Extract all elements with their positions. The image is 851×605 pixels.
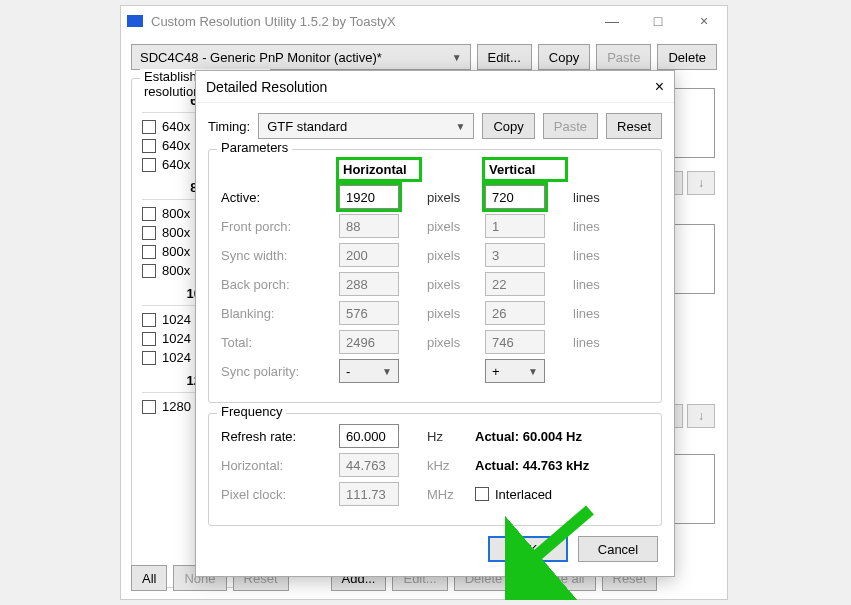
frequency-group: Frequency Refresh rate: 60.000 Hz Actual… [208, 413, 662, 526]
blanking-h-input[interactable]: 576 [339, 301, 399, 325]
checkbox[interactable] [142, 351, 156, 365]
checkbox[interactable] [142, 139, 156, 153]
unit-label: pixels [427, 248, 477, 263]
front-porch-v-input[interactable]: 1 [485, 214, 545, 238]
unit-label: pixels [427, 335, 477, 350]
unit-label: MHz [427, 487, 467, 502]
parameters-group: Parameters Horizontal Vertical Active: 1… [208, 149, 662, 403]
checkbox[interactable] [142, 120, 156, 134]
unit-label: Hz [427, 429, 467, 444]
select-value: - [346, 364, 350, 379]
cancel-button[interactable]: Cancel [578, 536, 658, 562]
interlaced-checkbox[interactable] [475, 487, 489, 501]
select-value: + [492, 364, 500, 379]
pixel-clock-label: Pixel clock: [221, 487, 331, 502]
all-button[interactable]: All [131, 565, 167, 591]
checkbox[interactable] [142, 158, 156, 172]
timing-label: Timing: [208, 119, 250, 134]
unit-label: lines [573, 306, 623, 321]
total-v-input[interactable]: 746 [485, 330, 545, 354]
group-title: Parameters [217, 140, 292, 155]
checkbox[interactable] [142, 264, 156, 278]
unit-label: lines [573, 335, 623, 350]
chevron-down-icon: ▼ [456, 121, 466, 132]
sync-width-v-input[interactable]: 3 [485, 243, 545, 267]
active-label: Active: [221, 190, 331, 205]
unit-label: pixels [427, 219, 477, 234]
sync-polarity-h-select[interactable]: - ▼ [339, 359, 399, 383]
active-horizontal-input[interactable]: 1920 [339, 185, 399, 209]
reset-button[interactable]: Reset [606, 113, 662, 139]
checkbox[interactable] [142, 245, 156, 259]
ok-button[interactable]: OK [488, 536, 568, 562]
total-label: Total: [221, 335, 331, 350]
monitor-select-value: SDC4C48 - Generic PnP Monitor (active)* [140, 50, 382, 65]
vertical-header: Vertical [485, 160, 565, 179]
chevron-down-icon: ▼ [382, 366, 392, 377]
blanking-label: Blanking: [221, 306, 331, 321]
chevron-down-icon: ▼ [528, 366, 538, 377]
unit-label: pixels [427, 190, 477, 205]
edit-button[interactable]: Edit... [477, 44, 532, 70]
unit-label: lines [573, 248, 623, 263]
pixel-clock-input[interactable]: 111.73 [339, 482, 399, 506]
unit-label: lines [573, 277, 623, 292]
copy-button[interactable]: Copy [538, 44, 590, 70]
down-arrow-button[interactable]: ↓ [687, 171, 715, 195]
timing-select[interactable]: GTF standard ▼ [258, 113, 474, 139]
sync-polarity-v-select[interactable]: + ▼ [485, 359, 545, 383]
close-button[interactable]: × [681, 6, 727, 36]
checkbox[interactable] [142, 207, 156, 221]
blanking-v-input[interactable]: 26 [485, 301, 545, 325]
front-porch-label: Front porch: [221, 219, 331, 234]
titlebar: Custom Resolution Utility 1.5.2 by Toast… [121, 6, 727, 36]
close-icon[interactable]: × [655, 78, 664, 96]
back-porch-label: Back porch: [221, 277, 331, 292]
checkbox[interactable] [142, 332, 156, 346]
minimize-button[interactable]: — [589, 6, 635, 36]
unit-label: pixels [427, 306, 477, 321]
dialog-title: Detailed Resolution [206, 79, 327, 95]
maximize-button[interactable]: □ [635, 6, 681, 36]
front-porch-h-input[interactable]: 88 [339, 214, 399, 238]
checkbox[interactable] [142, 400, 156, 414]
copy-button[interactable]: Copy [482, 113, 534, 139]
unit-label: lines [573, 219, 623, 234]
horizontal-actual: Actual: 44.763 kHz [475, 458, 635, 473]
app-icon [127, 15, 143, 27]
interlaced-label: Interlaced [495, 487, 552, 502]
sync-width-label: Sync width: [221, 248, 331, 263]
group-title: Frequency [217, 404, 286, 419]
delete-button[interactable]: Delete [657, 44, 717, 70]
detailed-resolution-dialog: Detailed Resolution × Timing: GTF standa… [195, 70, 675, 577]
down-arrow-button[interactable]: ↓ [687, 404, 715, 428]
back-porch-h-input[interactable]: 288 [339, 272, 399, 296]
refresh-rate-label: Refresh rate: [221, 429, 331, 444]
back-porch-v-input[interactable]: 22 [485, 272, 545, 296]
unit-label: lines [573, 190, 623, 205]
total-h-input[interactable]: 2496 [339, 330, 399, 354]
refresh-rate-input[interactable]: 60.000 [339, 424, 399, 448]
timing-value: GTF standard [267, 119, 347, 134]
active-vertical-input[interactable]: 720 [485, 185, 545, 209]
window-title: Custom Resolution Utility 1.5.2 by Toast… [151, 14, 396, 29]
chevron-down-icon: ▼ [452, 52, 462, 63]
refresh-actual: Actual: 60.004 Hz [475, 429, 635, 444]
horizontal-freq-input[interactable]: 44.763 [339, 453, 399, 477]
unit-label: pixels [427, 277, 477, 292]
checkbox[interactable] [142, 226, 156, 240]
paste-button[interactable]: Paste [543, 113, 598, 139]
sync-polarity-label: Sync polarity: [221, 364, 331, 379]
monitor-select[interactable]: SDC4C48 - Generic PnP Monitor (active)* … [131, 44, 471, 70]
paste-button[interactable]: Paste [596, 44, 651, 70]
horizontal-freq-label: Horizontal: [221, 458, 331, 473]
sync-width-h-input[interactable]: 200 [339, 243, 399, 267]
checkbox[interactable] [142, 313, 156, 327]
horizontal-header: Horizontal [339, 160, 419, 179]
unit-label: kHz [427, 458, 467, 473]
